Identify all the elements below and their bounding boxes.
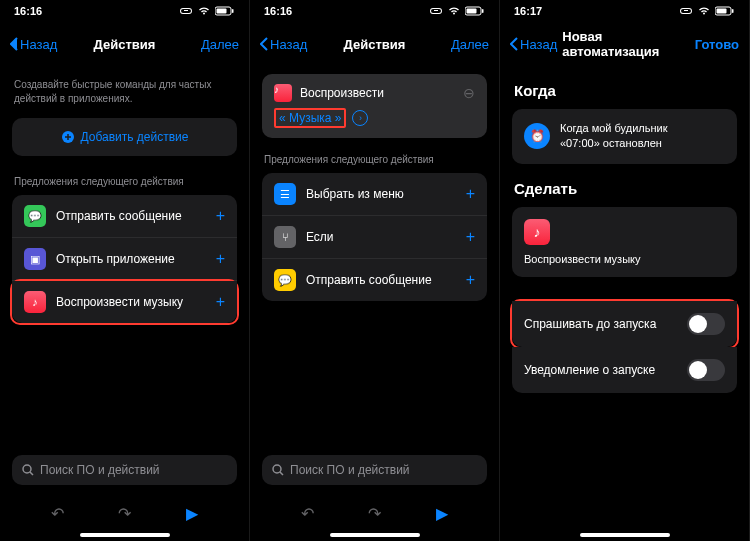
music-app-icon: ♪ [524, 219, 550, 245]
nav-title: Действия [94, 37, 156, 52]
app-icon: ▣ [24, 248, 46, 270]
battery-icon [715, 6, 735, 16]
bottom-toolbar: ↶ ↷ ▶ [250, 504, 499, 523]
redo-button[interactable]: ↷ [118, 504, 131, 523]
status-time: 16:16 [14, 5, 42, 17]
play-button[interactable]: ▶ [186, 504, 198, 523]
add-icon: + [216, 207, 225, 225]
suggestion-label: Отправить сообщение [306, 273, 456, 287]
highlight-box: ♪ Воспроизвести музыку + [10, 279, 239, 325]
when-condition-card[interactable]: ⏰ Когда мой будильник «07:00» остановлен [512, 109, 737, 164]
music-icon: ♪ [274, 84, 292, 102]
nav-title: Действия [344, 37, 406, 52]
chevron-left-icon [260, 37, 268, 51]
status-icons [179, 6, 235, 16]
when-text-line1: Когда мой будильник [560, 121, 667, 136]
status-bar: 16:17 [500, 0, 749, 22]
action-param[interactable]: « Музыка » [279, 111, 341, 125]
status-icons [679, 6, 735, 16]
toggle-label: Уведомление о запуске [524, 363, 655, 377]
suggestion-label: Если [306, 230, 456, 244]
when-section-title: Когда [514, 82, 735, 99]
nav-bar: Назад Действия Далее [0, 22, 249, 66]
screen-3-new-automation: 16:17 Назад Новая автоматизация Готово К… [500, 0, 750, 541]
suggestions-list: 💬 Отправить сообщение + ▣ Открыть прилож… [12, 195, 237, 325]
link-icon [429, 6, 443, 16]
hint-text: Создавайте быстрые команды для частых де… [14, 78, 235, 106]
back-label: Назад [20, 37, 57, 52]
do-section-title: Сделать [514, 180, 735, 197]
content-area: ♪ Воспроизвести ⊖ « Музыка » › Предложен… [250, 74, 499, 301]
svg-rect-7 [482, 9, 484, 13]
wifi-icon [197, 6, 211, 16]
ask-before-run-toggle[interactable] [687, 313, 725, 335]
done-button[interactable]: Готово [695, 37, 739, 52]
dismiss-button[interactable]: ⊖ [463, 85, 475, 101]
add-icon: + [216, 250, 225, 268]
search-icon [272, 464, 284, 476]
add-icon: + [466, 228, 475, 246]
svg-rect-2 [232, 9, 234, 13]
suggestion-label: Отправить сообщение [56, 209, 206, 223]
add-action-button[interactable]: Добавить действие [12, 118, 237, 156]
svg-rect-11 [732, 9, 734, 13]
nav-bar: Назад Действия Далее [250, 22, 499, 66]
wifi-icon [447, 6, 461, 16]
chevron-left-icon [10, 37, 18, 51]
add-icon: + [466, 271, 475, 289]
undo-button[interactable]: ↶ [51, 504, 64, 523]
message-icon: 💬 [24, 205, 46, 227]
link-icon [679, 6, 693, 16]
search-placeholder: Поиск ПО и действий [290, 463, 410, 477]
suggestion-label: Воспроизвести музыку [56, 295, 206, 309]
suggestion-play-music[interactable]: ♪ Воспроизвести музыку + [12, 281, 237, 323]
when-text-line2: «07:00» остановлен [560, 136, 667, 151]
toggles-list: Спрашивать до запуска Уведомление о запу… [512, 299, 737, 393]
next-button[interactable]: Далее [451, 37, 489, 52]
home-indicator[interactable] [580, 533, 670, 537]
music-icon: ♪ [24, 291, 46, 313]
back-label: Назад [270, 37, 307, 52]
notify-on-run-row: Уведомление о запуске [512, 347, 737, 393]
back-label: Назад [520, 37, 557, 52]
suggestion-send-message[interactable]: 💬 Отправить сообщение + [12, 195, 237, 238]
back-button[interactable]: Назад [260, 37, 307, 52]
suggestion-open-app[interactable]: ▣ Открыть приложение + [12, 238, 237, 281]
play-action-card[interactable]: ♪ Воспроизвести ⊖ « Музыка » › [262, 74, 487, 138]
wifi-icon [697, 6, 711, 16]
suggestion-label: Выбрать из меню [306, 187, 456, 201]
do-action-card[interactable]: ♪ Воспроизвести музыку [512, 207, 737, 277]
add-icon: + [466, 185, 475, 203]
suggestion-choose-menu[interactable]: ☰ Выбрать из меню + [262, 173, 487, 216]
next-button[interactable]: Далее [201, 37, 239, 52]
battery-icon [465, 6, 485, 16]
toggle-label: Спрашивать до запуска [524, 317, 656, 331]
suggestion-send-message[interactable]: 💬 Отправить сообщение + [262, 259, 487, 301]
back-button[interactable]: Назад [510, 37, 557, 52]
nav-bar: Назад Новая автоматизация Готово [500, 22, 749, 66]
undo-button[interactable]: ↶ [301, 504, 314, 523]
search-input[interactable]: Поиск ПО и действий [12, 455, 237, 485]
home-indicator[interactable] [330, 533, 420, 537]
play-button[interactable]: ▶ [436, 504, 448, 523]
search-input[interactable]: Поиск ПО и действий [262, 455, 487, 485]
plus-circle-icon [61, 130, 75, 144]
home-indicator[interactable] [80, 533, 170, 537]
status-bar: 16:16 [250, 0, 499, 22]
highlight-box: Спрашивать до запуска [510, 299, 739, 349]
add-action-label: Добавить действие [81, 130, 189, 144]
redo-button[interactable]: ↷ [368, 504, 381, 523]
suggestion-label: Открыть приложение [56, 252, 206, 266]
status-bar: 16:16 [0, 0, 249, 22]
search-icon [22, 464, 34, 476]
notify-on-run-toggle[interactable] [687, 359, 725, 381]
when-text: Когда мой будильник «07:00» остановлен [560, 121, 667, 152]
action-label: Воспроизвести [300, 86, 384, 100]
alarm-icon: ⏰ [524, 123, 550, 149]
action-param-highlight: « Музыка » [274, 108, 346, 128]
expand-icon[interactable]: › [352, 110, 368, 126]
do-action-label: Воспроизвести музыку [524, 253, 725, 265]
back-button[interactable]: Назад [10, 37, 57, 52]
bottom-toolbar: ↶ ↷ ▶ [0, 504, 249, 523]
suggestion-if[interactable]: ⑂ Если + [262, 216, 487, 259]
